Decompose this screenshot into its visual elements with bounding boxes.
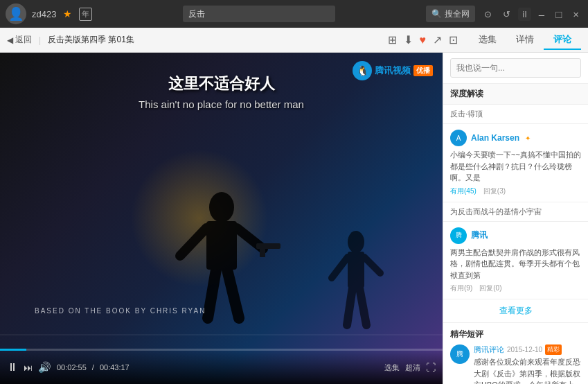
svg-line-12 <box>347 288 353 325</box>
vip-icon: 年 <box>79 8 92 21</box>
comment-likes-2[interactable]: 有用(9) <box>450 283 472 293</box>
search-input[interactable]: 反击 <box>183 6 335 22</box>
tab-comments[interactable]: 评论 <box>544 30 581 50</box>
action-figure-silhouette <box>159 186 284 339</box>
search-global-label: 搜全网 <box>445 8 470 20</box>
comments-container: 深度解读 反击·得顶 A Alan Karsen ✦ 小编今天要喷一下~~真搞不… <box>443 84 588 384</box>
main-area: 这里不适合好人 This ain't no place for no bette… <box>0 53 588 384</box>
review-text: 感谢各位观众前来观看年度反恐大剧《反击》第四季，根据版权方HBO的要求，今年起所… <box>474 356 581 384</box>
review-badge: 精彩 <box>545 344 562 355</box>
search-icon: 🔍 <box>431 9 442 19</box>
refresh-icon[interactable]: ↺ <box>499 8 514 21</box>
minimize-button[interactable]: – <box>535 7 548 21</box>
subtitle-english: This ain't no place for no better man <box>0 98 443 110</box>
svg-point-0 <box>209 192 234 222</box>
video-title: 反击美版第四季 第01集 <box>48 34 383 46</box>
review-date: 2015-12-10 <box>507 346 542 354</box>
section-hottest: 反击·得顶 <box>443 105 588 124</box>
review-avatar: 腾 <box>450 344 470 364</box>
comment-avatar-2: 腾 <box>450 227 467 244</box>
review-username[interactable]: 腾讯评论 <box>474 344 504 355</box>
short-review-label: 精华短评 <box>450 329 483 339</box>
username: zd423 <box>32 9 56 19</box>
section-deep-read: 深度解读 <box>443 84 588 105</box>
comment-input-area <box>443 53 588 84</box>
svg-line-11 <box>364 257 380 273</box>
iI-display: iI <box>518 8 531 21</box>
tencent-video-text: 腾讯视频 <box>375 64 411 77</box>
svg-rect-7 <box>260 247 265 257</box>
comment-item: A Alan Karsen ✦ 小编今天要喷一下~~真搞不懂中国拍的都是些什么神… <box>443 124 588 202</box>
screenshot-icon[interactable]: ⊡ <box>449 33 458 46</box>
comment-item-2: 腾 腾讯 两男主配合默契并肩作战的形式很有风格，剧情也配连贯。每季开头都有个包袱… <box>443 222 588 300</box>
book-credit: BASED ON THE BOOK BY CHRIS RYAN <box>35 307 206 315</box>
comment-input-field[interactable] <box>450 58 581 78</box>
svg-point-8 <box>348 231 364 253</box>
comment-replies[interactable]: 回复(3) <box>483 186 506 196</box>
total-time: 00:43:17 <box>100 363 130 372</box>
next-button[interactable]: ⏭ <box>24 363 33 373</box>
select-episode-ctrl[interactable]: 选集 <box>384 363 400 373</box>
comment-username-2[interactable]: 腾讯 <box>471 229 488 241</box>
comment-header-2: 腾 腾讯 <box>450 227 581 244</box>
close-button[interactable]: × <box>569 7 582 21</box>
see-more-button[interactable]: 查看更多 <box>443 299 588 323</box>
comment-header: A Alan Karsen ✦ <box>450 130 581 146</box>
toolbar-icons: ⊞ ⬇ ♥ ↗ ⊡ <box>388 33 458 46</box>
back-label: 返回 <box>15 34 32 46</box>
back-arrow-icon: ◀ <box>7 35 13 45</box>
tab-select-episode[interactable]: 选集 <box>469 30 506 50</box>
short-review-header: 精华短评 <box>450 329 581 340</box>
svg-line-13 <box>359 288 366 325</box>
comment-text-2: 两男主配合默契并肩作战的形式很有风格，剧情也配连贯。每季开头都有个包袱直到第 <box>450 247 581 281</box>
svg-line-2 <box>180 228 206 256</box>
short-review-section: 精华短评 腾 腾讯评论 2015-12-10 精彩 感谢各位观众前来观看年度反恐… <box>443 323 588 384</box>
ground-line <box>0 334 443 335</box>
quality-ctrl[interactable]: 超清 <box>405 363 420 373</box>
video-controls: ⏸ ⏭ 🔊 00:02:55 / 00:43:17 选集 超清 ⛶ <box>0 351 443 384</box>
avatar: 👤 <box>6 3 26 24</box>
short-review-item: 腾 腾讯评论 2015-12-10 精彩 感谢各位观众前来观看年度反恐大剧《反击… <box>450 344 581 384</box>
comment-text: 小编今天要喷一下~~真搞不懂中国拍的都是些什么神剧？抗日？什么玲珑榜啊。又是 <box>450 149 581 184</box>
svg-line-10 <box>332 257 348 278</box>
toolbar: ◀ 返回 | 反击美版第四季 第01集 ⊞ ⬇ ♥ ↗ ⊡ 选集 详情 评论 <box>0 28 588 53</box>
video-player[interactable]: 这里不适合好人 This ain't no place for no bette… <box>0 53 443 384</box>
tab-details[interactable]: 详情 <box>506 30 544 50</box>
comment-likes[interactable]: 有用(45) <box>450 186 476 196</box>
comment-replies-2[interactable]: 回复(0) <box>479 283 501 293</box>
search-text: 反击 <box>188 8 205 20</box>
review-user-row: 腾讯评论 2015-12-10 精彩 <box>474 344 581 355</box>
share-icon[interactable]: ↗ <box>433 33 442 46</box>
time-separator: / <box>92 363 94 372</box>
review-content: 腾讯评论 2015-12-10 精彩 感谢各位观众前来观看年度反恐大剧《反击》第… <box>474 344 581 384</box>
heart-icon[interactable]: ♥ <box>420 34 427 46</box>
window-controls: ⊙ ↺ iI – □ × <box>481 7 582 21</box>
tencent-logo: 🐧 腾讯视频 优播 <box>353 61 433 80</box>
cast-icon[interactable]: ⊞ <box>388 33 397 46</box>
svg-line-5 <box>227 270 239 318</box>
download-icon[interactable]: ⬇ <box>404 33 413 46</box>
star-icon: ★ <box>63 8 72 19</box>
background-figure-silhouette <box>325 228 387 339</box>
back-button[interactable]: ◀ 返回 <box>7 34 32 46</box>
current-time: 00:02:55 <box>57 363 87 372</box>
comment-avatar: A <box>450 130 467 146</box>
titlebar: 👤 zd423 ★ 年 反击 🔍 搜全网 ⊙ ↺ iI – □ × <box>0 0 588 28</box>
tencent-penguin-icon: 🐧 <box>353 61 372 80</box>
volume-button[interactable]: 🔊 <box>38 361 51 374</box>
comment-badge: ✦ <box>525 134 531 142</box>
comment-username[interactable]: Alan Karsen <box>471 133 519 143</box>
comment-actions-2: 有用(9) 回复(0) <box>450 283 581 293</box>
right-panel: 深度解读 反击·得顶 A Alan Karsen ✦ 小编今天要喷一下~~真搞不… <box>443 53 588 384</box>
section-battle: 为反击而战斗的基情小宇宙 <box>443 202 588 222</box>
fullscreen-button[interactable]: ⛶ <box>426 362 436 373</box>
maximize-button[interactable]: □ <box>552 7 565 21</box>
search-global-button[interactable]: 🔍 搜全网 <box>426 6 475 22</box>
vip-badge: 优播 <box>413 65 433 76</box>
wifi-icon[interactable]: ⊙ <box>481 8 495 21</box>
comment-actions: 有用(45) 回复(3) <box>450 186 581 196</box>
toolbar-tabs: 选集 详情 评论 <box>469 30 581 50</box>
play-pause-button[interactable]: ⏸ <box>7 361 18 374</box>
svg-line-4 <box>208 270 216 318</box>
